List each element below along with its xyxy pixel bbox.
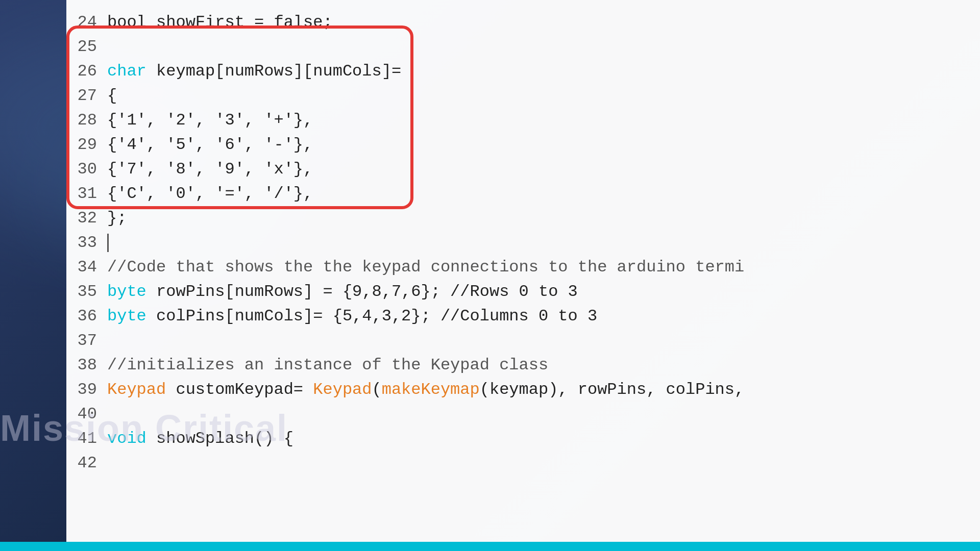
token: {'1', '2', '3', '+'},: [107, 111, 313, 130]
token: Keypad: [313, 380, 372, 399]
code-line: 25: [66, 35, 980, 59]
token: };: [107, 209, 127, 228]
code-line: 31{'C', '0', '=', '/'},: [66, 182, 980, 206]
line-number: 30: [66, 158, 107, 181]
line-content: {'C', '0', '=', '/'},: [107, 183, 980, 205]
line-number: 28: [66, 109, 107, 132]
line-content: char keymap[numRows][numCols]=: [107, 60, 980, 83]
line-content: {'7', '8', '9', 'x'},: [107, 158, 980, 181]
code-line: 36byte colPins[numCols]= {5,4,3,2}; //Co…: [66, 304, 980, 329]
code-line: 24bool showFirst = false;: [66, 10, 980, 35]
line-content: {'4', '5', '6', '-'},: [107, 134, 980, 156]
code-line: 27{: [66, 84, 980, 108]
line-content: void showSplash() {: [107, 428, 980, 450]
token: {: [107, 86, 117, 105]
token: makeKeymap: [382, 380, 480, 399]
code-line: 37: [66, 329, 980, 353]
line-content: Keypad customKeypad= Keypad(makeKeymap(k…: [107, 379, 980, 401]
line-content: byte rowPins[numRows] = {9,8,7,6}; //Row…: [107, 281, 980, 303]
token: byte: [107, 307, 146, 325]
line-content: [107, 232, 980, 254]
token: void: [107, 429, 146, 448]
token: {'C', '0', '=', '/'},: [107, 184, 313, 203]
line-number: 27: [66, 85, 107, 107]
cursor: [107, 234, 109, 252]
token: {'7', '8', '9', 'x'},: [107, 160, 313, 179]
line-content: {: [107, 85, 980, 107]
line-number: 35: [66, 281, 107, 303]
line-number: 34: [66, 256, 107, 279]
line-number: 26: [66, 60, 107, 83]
line-number: 40: [66, 403, 107, 425]
line-number: 31: [66, 183, 107, 205]
line-number: 36: [66, 305, 107, 328]
token: keymap[numRows][numCols]=: [146, 62, 401, 81]
code-line: 26char keymap[numRows][numCols]=: [66, 59, 980, 84]
bottom-bar: [0, 542, 980, 551]
code-panel: 24bool showFirst = false;2526char keymap…: [66, 0, 980, 551]
token: (keymap), rowPins, colPins,: [480, 380, 744, 399]
line-number: 38: [66, 354, 107, 377]
token: //Code that shows the the keypad connect…: [107, 258, 744, 277]
line-number: 32: [66, 207, 107, 230]
token: customKeypad=: [166, 380, 313, 399]
line-content: //Code that shows the the keypad connect…: [107, 256, 980, 279]
code-line: 29{'4', '5', '6', '-'},: [66, 133, 980, 157]
line-content: };: [107, 207, 980, 230]
line-number: 41: [66, 428, 107, 450]
token: (: [372, 380, 381, 399]
line-content: byte colPins[numCols]= {5,4,3,2}; //Colu…: [107, 305, 980, 328]
line-number: 33: [66, 232, 107, 254]
token: char: [107, 62, 146, 81]
code-line: 39Keypad customKeypad= Keypad(makeKeymap…: [66, 378, 980, 402]
line-content: bool showFirst = false;: [107, 11, 980, 34]
token: //initializes an instance of the Keypad …: [107, 356, 548, 374]
line-number: 24: [66, 11, 107, 34]
code-line: 42: [66, 451, 980, 475]
code-line: 32};: [66, 206, 980, 231]
token: showSplash() {: [146, 429, 293, 448]
token: {'4', '5', '6', '-'},: [107, 135, 313, 154]
token: byte: [107, 282, 146, 301]
line-number: 39: [66, 379, 107, 401]
line-content: {'1', '2', '3', '+'},: [107, 109, 980, 132]
code-line: 28{'1', '2', '3', '+'},: [66, 108, 980, 133]
line-content: //initializes an instance of the Keypad …: [107, 354, 980, 377]
token: rowPins[numRows] = {9,8,7,6}; //Rows 0 t…: [146, 282, 578, 301]
line-number: 29: [66, 134, 107, 156]
line-number: 42: [66, 452, 107, 474]
code-line: 33: [66, 231, 980, 255]
line-number: 37: [66, 330, 107, 352]
token: Keypad: [107, 380, 166, 399]
line-number: 25: [66, 36, 107, 58]
code-line: 41void showSplash() {: [66, 427, 980, 451]
code-line: 35byte rowPins[numRows] = {9,8,7,6}; //R…: [66, 280, 980, 304]
code-line: 40: [66, 402, 980, 427]
token: bool showFirst = false;: [107, 13, 333, 32]
code-line: 34//Code that shows the the keypad conne…: [66, 255, 980, 280]
code-line: 38//initializes an instance of the Keypa…: [66, 353, 980, 378]
code-line: 30{'7', '8', '9', 'x'},: [66, 157, 980, 182]
token: colPins[numCols]= {5,4,3,2}; //Columns 0…: [146, 307, 597, 325]
